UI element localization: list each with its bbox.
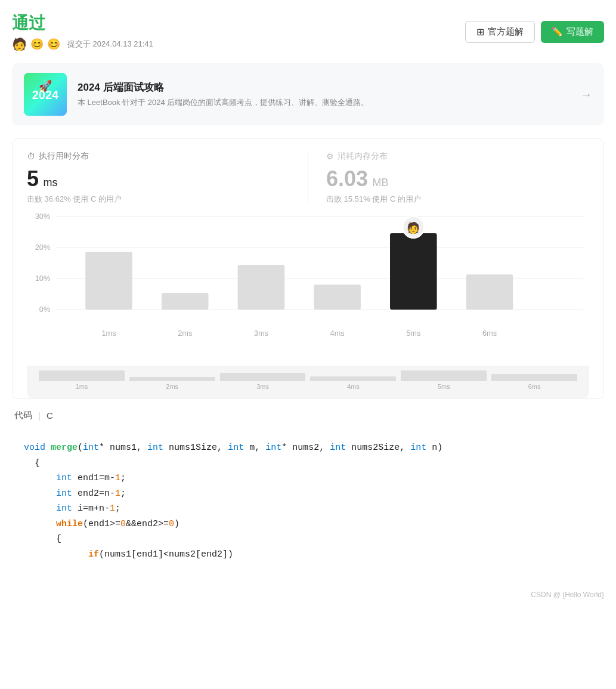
book-arrow: → — [580, 88, 592, 101]
mini-bar-1ms: 1ms — [39, 370, 125, 390]
book-icon: ⊞ — [476, 26, 484, 38]
mem-value-row: 6.03 MB — [326, 166, 589, 191]
svg-text:30%: 30% — [35, 212, 51, 221]
mini-bar — [401, 370, 487, 381]
write-solution-label: 写题解 — [567, 26, 593, 38]
pencil-icon: ✏️ — [552, 26, 563, 37]
svg-text:20%: 20% — [35, 243, 51, 252]
svg-text:1ms: 1ms — [101, 329, 116, 338]
code-line-6: while(end1>=0&&end2>=0) — [24, 517, 592, 532]
book-card[interactable]: 2024 🚀 2024 后端面试攻略 本 LeetBook 针对于 2024 后… — [12, 63, 604, 125]
mini-chart[interactable]: 1ms 2ms 3ms 4ms 5ms 6ms — [27, 366, 589, 398]
mini-bar-2ms: 2ms — [129, 370, 215, 390]
svg-rect-11 — [85, 252, 132, 310]
time-value: 5 — [27, 166, 39, 191]
write-solution-button[interactable]: ✏️ 写题解 — [541, 21, 604, 43]
watermark: CSDN @ {Hello World} — [0, 585, 616, 605]
mini-label: 5ms — [438, 383, 450, 390]
code-line-4: int end2=n-1; — [24, 486, 592, 502]
code-header: 代码 | C — [12, 410, 604, 421]
svg-text:3ms: 3ms — [254, 329, 268, 338]
official-solution-button[interactable]: ⊞ 官方题解 — [465, 21, 535, 43]
submit-info: 提交于 2024.04.13 21:41 — [67, 39, 153, 50]
mini-bar-4ms: 4ms — [310, 370, 396, 390]
svg-text:6ms: 6ms — [482, 329, 497, 338]
official-solution-label: 官方题解 — [488, 26, 524, 38]
mem-stats: ⚙ 消耗内存分布 6.03 MB 击败 15.51% 使用 C 的用户 — [308, 151, 589, 205]
mem-unit: MB — [373, 177, 389, 189]
mini-bar — [310, 376, 396, 381]
header: 通过 🧑 😊 😊 提交于 2024.04.13 21:41 ⊞ 官方题解 ✏️ … — [12, 12, 604, 51]
time-value-row: 5 ms — [27, 166, 290, 191]
code-line-8: if(nums1[end1]<nums2[end2]) — [24, 547, 592, 563]
header-buttons: ⊞ 官方题解 ✏️ 写题解 — [465, 21, 604, 43]
mem-label: ⚙ 消耗内存分布 — [326, 151, 589, 162]
mini-bar — [491, 374, 577, 381]
svg-text:🚀: 🚀 — [39, 79, 52, 92]
time-unit: ms — [43, 177, 57, 189]
code-language: C — [47, 410, 53, 421]
svg-text:2ms: 2ms — [178, 329, 192, 338]
code-sep: | — [38, 410, 41, 421]
book-title: 2024 后端面试攻略 — [78, 81, 574, 94]
stats-row: ⏱ 执行用时分布 5 ms 击败 36.62% 使用 C 的用户 ⚙ 消耗内存分… — [27, 151, 589, 205]
mini-bar-3ms: 3ms — [220, 370, 306, 390]
svg-rect-19 — [390, 233, 437, 310]
code-block: void merge(int* nums1, int nums1Size, in… — [12, 430, 604, 573]
code-section: 代码 | C void merge(int* nums1, int nums1S… — [12, 410, 604, 585]
mini-label: 6ms — [528, 383, 541, 390]
code-line-3: int end1=m-1; — [24, 471, 592, 486]
emoji-2: 😊 — [47, 38, 60, 51]
book-bg-svg: 2024 🚀 — [24, 73, 67, 116]
svg-rect-23 — [466, 274, 513, 310]
svg-rect-15 — [238, 265, 285, 310]
mini-bar — [220, 373, 306, 381]
svg-text:5ms: 5ms — [406, 329, 420, 338]
code-line-7: { — [24, 532, 592, 547]
code-label: 代码 — [14, 410, 32, 421]
time-stats: ⏱ 执行用时分布 5 ms 击败 36.62% 使用 C 的用户 — [27, 151, 308, 205]
mem-value: 6.03 — [326, 166, 368, 191]
emoji-1: 😊 — [30, 38, 44, 51]
header-left: 通过 🧑 😊 😊 提交于 2024.04.13 21:41 — [12, 12, 153, 51]
pass-title: 通过 — [12, 12, 153, 35]
clock-icon: ⏱ — [27, 152, 35, 161]
code-line-1: void merge(int* nums1, int nums1Size, in… — [24, 440, 592, 456]
book-desc: 本 LeetBook 针对于 2024 后端岗位的面试高频考点，提供练习、讲解、… — [78, 97, 574, 108]
avatar-icon: 🧑 — [12, 37, 27, 51]
svg-text:0%: 0% — [39, 305, 50, 314]
time-label: ⏱ 执行用时分布 — [27, 151, 290, 162]
mini-label: 1ms — [76, 383, 88, 390]
book-image: 2024 🚀 — [24, 73, 67, 116]
code-line-2: { — [24, 456, 592, 471]
mem-sub: 击败 15.51% 使用 C 的用户 — [326, 194, 589, 205]
stats-panel: ⏱ 执行用时分布 5 ms 击败 36.62% 使用 C 的用户 ⚙ 消耗内存分… — [12, 138, 604, 399]
svg-text:10%: 10% — [35, 274, 51, 283]
svg-text:4ms: 4ms — [330, 329, 345, 338]
svg-text:🧑: 🧑 — [407, 221, 420, 234]
mini-label: 3ms — [256, 383, 269, 390]
time-sub: 击败 36.62% 使用 C 的用户 — [27, 194, 290, 205]
mini-label: 2ms — [166, 383, 178, 390]
mini-bar-5ms: 5ms — [401, 370, 487, 390]
mini-bar-6ms: 6ms — [491, 370, 577, 390]
db-icon: ⚙ — [326, 152, 334, 161]
book-info: 2024 后端面试攻略 本 LeetBook 针对于 2024 后端岗位的面试高… — [78, 81, 574, 108]
chart-container: 30% 20% 10% 0% 1ms 2ms 3ms 4ms 5 — [27, 211, 589, 366]
mini-bar — [39, 370, 125, 381]
code-line-5: int i=m+n-1; — [24, 501, 592, 517]
mini-label: 4ms — [347, 383, 360, 390]
mini-bar — [129, 377, 215, 381]
svg-rect-17 — [314, 285, 361, 310]
chart-svg: 30% 20% 10% 0% 1ms 2ms 3ms 4ms 5 — [27, 211, 589, 342]
svg-rect-13 — [162, 293, 209, 310]
